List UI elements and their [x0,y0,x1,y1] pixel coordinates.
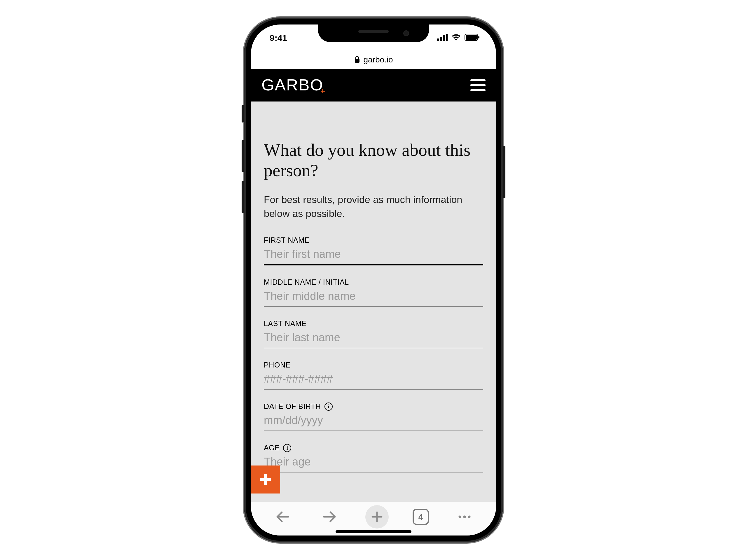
field-first-name: FIRST NAME [264,236,483,265]
ellipsis-icon [457,514,471,519]
side-button [241,105,244,123]
field-label: DATE OF BIRTH i [264,402,483,410]
page-title: What do you know about this person? [264,102,483,180]
page-subheading: For best results, provide as much inform… [264,193,483,221]
screen: 9:41 garbo.io GARBO+ W [251,25,496,535]
field-label: AGE i [264,444,483,452]
url-text: garbo.io [363,55,393,64]
field-age: AGE i [264,444,483,472]
battery-icon [465,34,480,41]
svg-rect-3 [446,34,447,41]
field-label: LAST NAME [264,319,483,327]
first-name-input[interactable] [264,244,483,265]
field-last-name: LAST NAME [264,319,483,348]
side-button [241,181,244,213]
svg-rect-2 [443,35,445,41]
arrow-left-icon [275,510,290,523]
age-input[interactable] [264,452,483,472]
svg-rect-9 [260,478,271,481]
wifi-icon [451,34,461,41]
dob-input[interactable] [264,410,483,431]
svg-point-12 [468,515,470,518]
last-name-input[interactable] [264,327,483,348]
tab-count: 4 [418,512,423,522]
arrow-right-icon [322,510,337,523]
svg-rect-7 [355,59,359,63]
page-content: What do you know about this person? For … [251,102,496,502]
field-label: FIRST NAME [264,236,483,244]
svg-point-10 [458,515,461,518]
search-form: FIRST NAME MIDDLE NAME / INITIAL LAST NA… [264,236,483,472]
browser-toolbar: 4 [251,502,496,535]
svg-rect-6 [478,36,480,38]
side-button [503,146,506,198]
status-time: 9:41 [269,32,287,42]
svg-point-11 [463,515,466,518]
phone-input[interactable] [264,369,483,390]
field-label: PHONE [264,361,483,369]
plus-icon [370,510,383,523]
more-button[interactable] [453,505,476,529]
tabs-button[interactable]: 4 [413,509,429,525]
svg-rect-1 [440,37,442,41]
app-header: GARBO+ [251,69,496,102]
field-phone: PHONE [264,361,483,390]
back-button[interactable] [271,505,294,529]
info-icon[interactable]: i [325,402,333,410]
home-indicator[interactable] [336,530,411,533]
middle-name-input[interactable] [264,286,483,306]
forward-button[interactable] [318,505,341,529]
info-icon[interactable]: i [283,444,291,452]
notch [318,25,429,42]
field-label: MIDDLE NAME / INITIAL [264,278,483,286]
phone-device-frame: 9:41 garbo.io GARBO+ W [244,18,503,542]
browser-url-bar[interactable]: garbo.io [251,50,496,69]
svg-rect-0 [437,38,439,41]
hamburger-menu-icon[interactable] [470,79,486,91]
logo[interactable]: GARBO+ [261,76,323,95]
svg-rect-5 [466,35,477,40]
cellular-icon [437,34,447,41]
plus-icon [259,473,273,486]
side-button [241,140,244,172]
field-dob: DATE OF BIRTH i [264,402,483,431]
floating-action-button[interactable] [251,465,280,494]
new-tab-button[interactable] [365,505,389,529]
lock-icon [354,56,360,63]
field-middle-name: MIDDLE NAME / INITIAL [264,278,483,306]
